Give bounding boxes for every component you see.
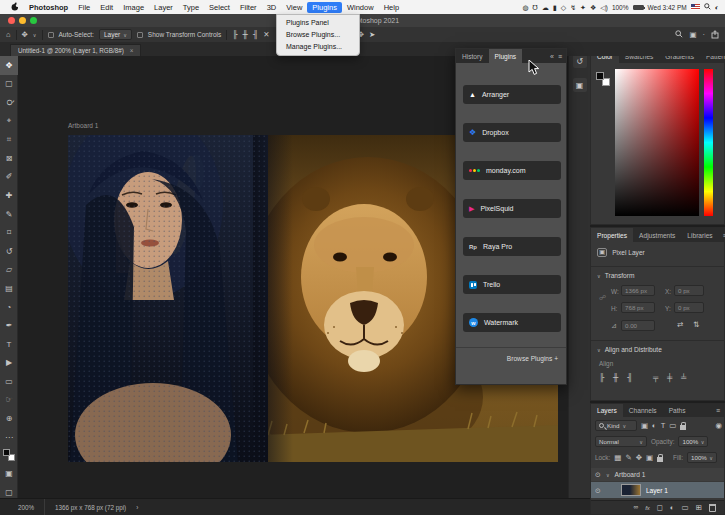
history-brush-tool[interactable]: ↺ — [0, 242, 18, 261]
type-tool[interactable]: T — [0, 335, 18, 354]
lock-position-icon[interactable]: ✥ — [636, 454, 642, 462]
path-selection-tool[interactable]: ▶ — [0, 354, 18, 373]
status-icon-1[interactable]: ◍ — [522, 4, 528, 11]
align-bottom-icon[interactable]: ╧ — [681, 374, 686, 382]
flip-horizontal-icon[interactable]: ⇄ — [677, 321, 683, 329]
adjustment-layer-icon[interactable]: ◐ — [670, 504, 675, 512]
lock-artboard-icon[interactable]: ▣ — [646, 454, 653, 462]
filter-pixel-layers-icon[interactable]: ▣ — [641, 422, 648, 430]
navigator-panel-icon[interactable]: ▣ — [573, 78, 587, 92]
search-icon[interactable] — [675, 30, 683, 39]
x-field[interactable]: 0 px — [674, 285, 704, 296]
auto-select-target-dropdown[interactable]: Layer∨ — [99, 29, 132, 40]
plugin-item-rayapro[interactable]: Rp Raya Pro — [463, 237, 561, 256]
close-tab-icon[interactable]: × — [130, 47, 134, 54]
plugin-item-watermark[interactable]: w Watermark — [463, 313, 561, 332]
keyboard-icon[interactable]: ❖ — [590, 4, 596, 11]
spotlight-search-icon[interactable] — [704, 3, 711, 11]
blend-mode-dropdown[interactable]: Normal∨ — [595, 436, 647, 447]
foreground-color-swatch[interactable] — [3, 449, 10, 456]
home-icon[interactable]: ⌂ — [6, 31, 11, 39]
tab-layers[interactable]: Layers — [591, 404, 623, 417]
control-center-icon[interactable]: ◐ — [715, 4, 719, 11]
frame-tool[interactable]: ⊠ — [0, 149, 18, 168]
align-vcenter-icon[interactable]: ╪ — [667, 374, 672, 382]
new-group-icon[interactable]: ▭ — [682, 504, 689, 512]
zoom-tool[interactable]: ⊕ — [0, 409, 18, 428]
plugin-item-pixelsquid[interactable]: ▶ PixelSquid — [463, 199, 561, 218]
menu-window[interactable]: Window — [342, 2, 379, 13]
filter-smart-objects-icon[interactable] — [680, 425, 686, 430]
panel-menu-icon[interactable]: ≡ — [558, 53, 562, 60]
angle-field[interactable]: 0.00 — [621, 320, 655, 331]
y-field[interactable]: 0 px — [674, 302, 704, 313]
zoom-level-field[interactable]: 200% — [0, 499, 45, 515]
menu-plugins[interactable]: Plugins — [307, 2, 342, 13]
clear-icon[interactable]: ✕ — [263, 31, 269, 39]
hand-tool[interactable]: ☞ — [0, 391, 18, 410]
brush-tool[interactable]: ✎ — [0, 205, 18, 224]
color-swatch-widget[interactable] — [595, 71, 613, 89]
menu-layer[interactable]: Layer — [149, 2, 178, 13]
plugin-item-arranger[interactable]: ▲ Arranger — [463, 85, 561, 104]
menu-item-plugins-panel[interactable]: Plugins Panel — [277, 17, 359, 29]
new-layer-icon[interactable]: ⊞ — [696, 504, 702, 512]
link-dimensions-icon[interactable]: ☍ — [599, 294, 606, 301]
foreground-background-swatches[interactable] — [0, 446, 18, 464]
tab-plugins[interactable]: Plugins — [489, 49, 523, 63]
menu-3d[interactable]: 3D — [262, 2, 282, 13]
crop-tool[interactable]: ⌗ — [0, 130, 18, 149]
menu-view[interactable]: View — [281, 2, 307, 13]
tab-libraries[interactable]: Libraries — [681, 228, 718, 242]
lock-all-icon[interactable] — [657, 457, 663, 462]
transform-section-label[interactable]: Transform — [605, 272, 635, 279]
hue-slider[interactable] — [704, 69, 713, 216]
layer-thumbnail[interactable] — [621, 484, 641, 496]
pen-tool[interactable]: ✒ — [0, 316, 18, 335]
tab-history[interactable]: History — [456, 49, 489, 63]
align-right-icon[interactable]: ╢ — [253, 31, 258, 39]
eyedropper-tool[interactable]: ✐ — [0, 168, 18, 187]
layer-row-artboard[interactable]: ⊙ ∨ Artboard 1 — [591, 468, 724, 481]
artboard-label[interactable]: Artboard 1 — [68, 122, 98, 129]
chevron-down-icon[interactable]: ∨ — [597, 347, 601, 353]
menu-photoshop[interactable]: Photoshop — [24, 2, 73, 13]
healing-brush-tool[interactable]: ✚ — [0, 186, 18, 205]
flip-vertical-icon[interactable]: ⇅ — [693, 321, 699, 329]
edit-toolbar-icon[interactable]: ⋯ — [0, 428, 18, 447]
chevron-down-icon[interactable]: ∨ — [606, 472, 610, 478]
add-mask-icon[interactable]: ◻ — [657, 504, 663, 512]
plugin-item-dropbox[interactable]: ❖ Dropbox — [463, 123, 561, 142]
share-icon[interactable] — [711, 30, 719, 40]
chevron-down-icon[interactable]: ∨ — [33, 32, 37, 38]
menu-type[interactable]: Type — [178, 2, 204, 13]
menu-help[interactable]: Help — [379, 2, 404, 13]
3d-rotate-icon[interactable]: ➤ — [369, 31, 375, 39]
align-top-icon[interactable]: ╤ — [653, 374, 658, 382]
filter-toggle-icon[interactable]: ◉ — [715, 422, 722, 430]
layer-row-layer1[interactable]: ⊙ Layer 1 — [591, 482, 724, 498]
opacity-field[interactable]: 100%∨ — [678, 436, 708, 447]
apple-menu-icon[interactable] — [6, 1, 24, 14]
quick-mask-button[interactable]: ▣ — [0, 464, 18, 483]
lock-paint-icon[interactable]: ✎ — [625, 454, 631, 462]
move-tool[interactable]: ✥ — [0, 56, 18, 75]
plugin-item-monday[interactable]: monday.com — [463, 161, 561, 180]
layer-effects-icon[interactable]: fx — [645, 505, 650, 511]
filter-shape-layers-icon[interactable]: ▭ — [669, 422, 676, 430]
volume-icon[interactable]: ◁) — [600, 4, 608, 11]
align-right-icon[interactable]: ╢ — [627, 374, 632, 382]
filter-type-layers-icon[interactable]: T — [661, 422, 666, 430]
layer-filter-kind-dropdown[interactable]: Kind∨ — [595, 420, 637, 431]
align-left-icon[interactable]: ╟ — [599, 374, 604, 382]
menu-filter[interactable]: Filter — [235, 2, 262, 13]
saturation-brightness-field[interactable] — [615, 69, 699, 216]
align-distribute-section-label[interactable]: Align and Distribute — [605, 346, 662, 353]
height-field[interactable]: 768 px — [621, 302, 655, 313]
menu-edit[interactable]: Edit — [95, 2, 118, 13]
menu-item-browse-plugins[interactable]: Browse Plugins... — [277, 29, 359, 41]
chevron-down-icon[interactable]: ∨ — [597, 273, 601, 279]
align-left-icon[interactable]: ╟ — [232, 31, 237, 39]
lock-transparent-icon[interactable]: ▦ — [614, 454, 621, 462]
bluetooth-icon[interactable]: ↯ — [570, 4, 576, 11]
